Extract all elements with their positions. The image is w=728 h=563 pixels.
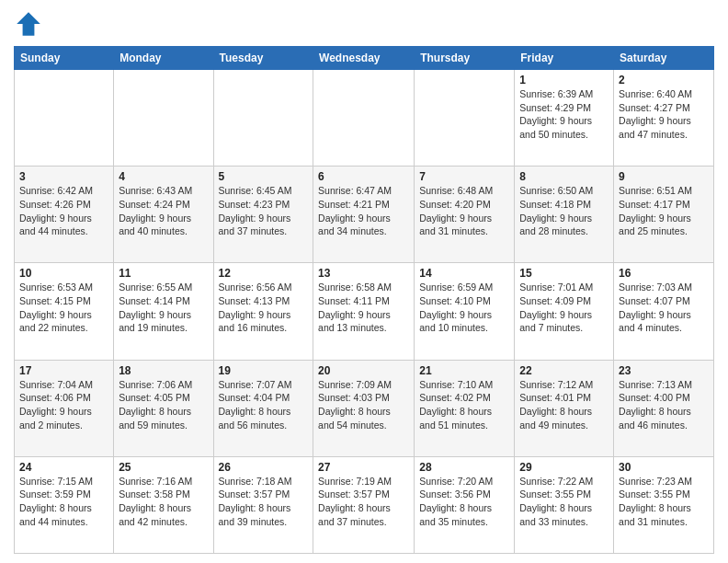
day-number: 19	[219, 364, 309, 377]
day-info: Sunrise: 7:19 AMSunset: 3:57 PMDaylight:…	[318, 475, 409, 529]
day-info: Sunrise: 7:03 AMSunset: 4:07 PMDaylight:…	[619, 281, 709, 335]
day-number: 20	[318, 364, 409, 377]
day-number: 17	[19, 364, 108, 377]
logo	[14, 9, 47, 39]
day-info: Sunrise: 7:12 AMSunset: 4:01 PMDaylight:…	[519, 378, 609, 432]
header	[14, 9, 714, 39]
day-number: 8	[519, 170, 609, 183]
day-info: Sunrise: 7:07 AMSunset: 4:04 PMDaylight:…	[219, 378, 309, 432]
day-number: 4	[119, 170, 208, 183]
calendar-cell: 23Sunrise: 7:13 AMSunset: 4:00 PMDayligh…	[614, 360, 714, 456]
day-number: 5	[219, 170, 309, 183]
calendar-cell: 14Sunrise: 6:59 AMSunset: 4:10 PMDayligh…	[415, 263, 515, 360]
week-row-4: 17Sunrise: 7:04 AMSunset: 4:06 PMDayligh…	[15, 360, 714, 456]
calendar-cell: 9Sunrise: 6:51 AMSunset: 4:17 PMDaylight…	[614, 167, 714, 263]
calendar-cell: 11Sunrise: 6:55 AMSunset: 4:14 PMDayligh…	[114, 263, 213, 360]
day-info: Sunrise: 7:13 AMSunset: 4:00 PMDaylight:…	[619, 378, 709, 432]
day-number: 6	[318, 170, 409, 183]
calendar-cell: 24Sunrise: 7:15 AMSunset: 3:59 PMDayligh…	[15, 456, 114, 553]
day-info: Sunrise: 7:20 AMSunset: 3:56 PMDaylight:…	[419, 475, 509, 529]
day-info: Sunrise: 6:47 AMSunset: 4:21 PMDaylight:…	[318, 184, 409, 238]
day-number: 26	[219, 461, 309, 474]
day-number: 15	[519, 267, 609, 280]
day-info: Sunrise: 6:45 AMSunset: 4:23 PMDaylight:…	[219, 184, 309, 238]
day-number: 11	[119, 267, 208, 280]
day-info: Sunrise: 6:50 AMSunset: 4:18 PMDaylight:…	[519, 184, 609, 238]
day-info: Sunrise: 7:15 AMSunset: 3:59 PMDaylight:…	[19, 475, 108, 529]
day-number: 10	[19, 267, 108, 280]
day-info: Sunrise: 7:23 AMSunset: 3:55 PMDaylight:…	[619, 475, 709, 529]
calendar-body: 1Sunrise: 6:39 AMSunset: 4:29 PMDaylight…	[15, 70, 714, 554]
page: SundayMondayTuesdayWednesdayThursdayFrid…	[0, 0, 728, 563]
day-header-tuesday: Tuesday	[213, 47, 313, 70]
calendar-cell	[313, 70, 415, 167]
calendar-cell: 18Sunrise: 7:06 AMSunset: 4:05 PMDayligh…	[114, 360, 213, 456]
calendar-cell	[213, 70, 313, 167]
calendar-cell: 8Sunrise: 6:50 AMSunset: 4:18 PMDaylight…	[515, 167, 614, 263]
calendar-cell: 5Sunrise: 6:45 AMSunset: 4:23 PMDaylight…	[213, 167, 313, 263]
calendar-cell: 25Sunrise: 7:16 AMSunset: 3:58 PMDayligh…	[114, 456, 213, 553]
day-number: 16	[619, 267, 709, 280]
day-number: 21	[419, 364, 509, 377]
day-header-saturday: Saturday	[614, 47, 714, 70]
week-row-5: 24Sunrise: 7:15 AMSunset: 3:59 PMDayligh…	[15, 456, 714, 553]
day-number: 3	[19, 170, 108, 183]
day-header-friday: Friday	[515, 47, 614, 70]
day-info: Sunrise: 6:40 AMSunset: 4:27 PMDaylight:…	[619, 87, 709, 142]
day-header-wednesday: Wednesday	[313, 47, 415, 70]
calendar-cell: 15Sunrise: 7:01 AMSunset: 4:09 PMDayligh…	[515, 263, 614, 360]
day-header-thursday: Thursday	[415, 47, 515, 70]
calendar-cell: 2Sunrise: 6:40 AMSunset: 4:27 PMDaylight…	[614, 70, 714, 167]
calendar-cell: 17Sunrise: 7:04 AMSunset: 4:06 PMDayligh…	[15, 360, 114, 456]
calendar-cell: 3Sunrise: 6:42 AMSunset: 4:26 PMDaylight…	[15, 167, 114, 263]
calendar-cell: 26Sunrise: 7:18 AMSunset: 3:57 PMDayligh…	[213, 456, 313, 553]
day-info: Sunrise: 6:48 AMSunset: 4:20 PMDaylight:…	[419, 184, 509, 238]
day-info: Sunrise: 6:56 AMSunset: 4:13 PMDaylight:…	[219, 281, 309, 335]
calendar-cell: 27Sunrise: 7:19 AMSunset: 3:57 PMDayligh…	[313, 456, 415, 553]
day-info: Sunrise: 7:10 AMSunset: 4:02 PMDaylight:…	[419, 378, 509, 432]
day-info: Sunrise: 6:59 AMSunset: 4:10 PMDaylight:…	[419, 281, 509, 335]
day-info: Sunrise: 7:18 AMSunset: 3:57 PMDaylight:…	[219, 475, 309, 529]
week-row-2: 3Sunrise: 6:42 AMSunset: 4:26 PMDaylight…	[15, 167, 714, 263]
day-number: 9	[619, 170, 709, 183]
day-info: Sunrise: 6:43 AMSunset: 4:24 PMDaylight:…	[119, 184, 208, 238]
calendar-cell: 1Sunrise: 6:39 AMSunset: 4:29 PMDaylight…	[515, 70, 614, 167]
day-header-monday: Monday	[114, 47, 213, 70]
calendar-cell: 30Sunrise: 7:23 AMSunset: 3:55 PMDayligh…	[614, 456, 714, 553]
day-info: Sunrise: 6:58 AMSunset: 4:11 PMDaylight:…	[318, 281, 409, 335]
day-number: 24	[19, 461, 108, 474]
day-number: 2	[619, 74, 709, 86]
calendar-cell: 29Sunrise: 7:22 AMSunset: 3:55 PMDayligh…	[515, 456, 614, 553]
day-number: 13	[318, 267, 409, 280]
calendar-cell	[15, 70, 114, 167]
day-info: Sunrise: 7:06 AMSunset: 4:05 PMDaylight:…	[119, 378, 208, 432]
calendar-cell: 6Sunrise: 6:47 AMSunset: 4:21 PMDaylight…	[313, 167, 415, 263]
svg-marker-0	[17, 12, 40, 36]
calendar-cell: 12Sunrise: 6:56 AMSunset: 4:13 PMDayligh…	[213, 263, 313, 360]
calendar-cell: 28Sunrise: 7:20 AMSunset: 3:56 PMDayligh…	[415, 456, 515, 553]
day-number: 30	[619, 461, 709, 474]
calendar-cell	[114, 70, 213, 167]
day-info: Sunrise: 7:22 AMSunset: 3:55 PMDaylight:…	[519, 475, 609, 529]
day-number: 28	[419, 461, 509, 474]
day-info: Sunrise: 7:04 AMSunset: 4:06 PMDaylight:…	[19, 378, 108, 432]
calendar-table: SundayMondayTuesdayWednesdayThursdayFrid…	[14, 46, 714, 554]
calendar-header: SundayMondayTuesdayWednesdayThursdayFrid…	[15, 47, 714, 70]
day-number: 27	[318, 461, 409, 474]
day-header-sunday: Sunday	[15, 47, 114, 70]
calendar-cell: 19Sunrise: 7:07 AMSunset: 4:04 PMDayligh…	[213, 360, 313, 456]
calendar-cell	[415, 70, 515, 167]
header-row: SundayMondayTuesdayWednesdayThursdayFrid…	[15, 47, 714, 70]
calendar-cell: 16Sunrise: 7:03 AMSunset: 4:07 PMDayligh…	[614, 263, 714, 360]
calendar-cell: 7Sunrise: 6:48 AMSunset: 4:20 PMDaylight…	[415, 167, 515, 263]
logo-icon	[14, 9, 43, 39]
day-number: 14	[419, 267, 509, 280]
week-row-1: 1Sunrise: 6:39 AMSunset: 4:29 PMDaylight…	[15, 70, 714, 167]
day-info: Sunrise: 6:55 AMSunset: 4:14 PMDaylight:…	[119, 281, 208, 335]
day-number: 12	[219, 267, 309, 280]
day-info: Sunrise: 7:09 AMSunset: 4:03 PMDaylight:…	[318, 378, 409, 432]
calendar-cell: 10Sunrise: 6:53 AMSunset: 4:15 PMDayligh…	[15, 263, 114, 360]
day-info: Sunrise: 6:39 AMSunset: 4:29 PMDaylight:…	[519, 87, 609, 142]
day-info: Sunrise: 6:42 AMSunset: 4:26 PMDaylight:…	[19, 184, 108, 238]
day-number: 29	[519, 461, 609, 474]
